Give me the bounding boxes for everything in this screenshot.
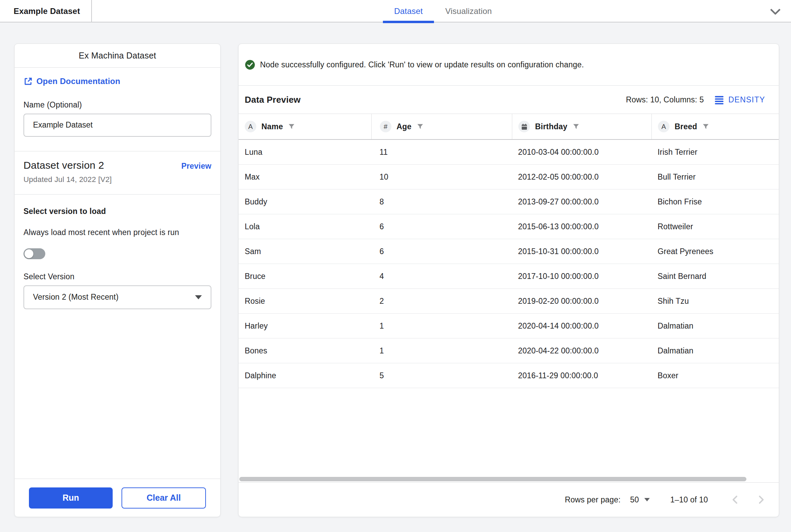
name-input[interactable] [23,114,211,137]
table-cell: 2 [371,289,512,313]
table-cell: Dalmatian [651,314,779,338]
tab-visualization[interactable]: Visualization [434,0,503,22]
node-config-panel: Ex Machina Dataset Open Documentation Na… [14,44,221,517]
column-header-age[interactable]: #Age [371,114,512,139]
table-cell: 11 [371,140,512,164]
data-preview-toolbar: Data Preview Rows: 10, Columns: 5 DENSIT… [239,85,779,114]
topbar-divider [91,0,92,22]
table-cell: Buddy [239,189,371,214]
rows-per-page-label: Rows per page: [565,495,620,504]
table-cell: Dalphine [239,363,371,388]
panel-footer: Run Clear All [15,479,220,517]
table-cell: Dalmatian [651,338,779,363]
table-cell: 2015-10-31 00:00:00.0 [512,239,651,264]
node-title: Ex Machina Dataset [15,44,220,68]
table-header: AName#AgeBirthdayABreed [239,114,779,140]
table-row: Harley12020-04-14 00:00:00.0Dalmatian [239,314,779,338]
table-row: Buddy82013-09-27 00:00:00.0Bichon Frise [239,189,779,214]
table-body: Luna112010-03-04 00:00:00.0Irish Terrier… [239,140,779,388]
column-label: Age [397,122,411,131]
table-cell: Lola [239,214,371,239]
window-title-tab[interactable]: Example Dataset [14,0,80,22]
rows-per-page-caret-icon [644,498,650,501]
select-version-section: Select version to load Always load most … [15,194,220,309]
rows-columns-summary: Rows: 10, Columns: 5 [626,95,704,104]
table-cell: Bruce [239,264,371,288]
table-cell: Harley [239,314,371,338]
rows-per-page-value: 50 [630,495,639,504]
number-type-icon: # [380,121,391,132]
table-cell: 6 [371,239,512,264]
clear-all-button[interactable]: Clear All [122,487,206,509]
table-cell: 1 [371,314,512,338]
always-load-toggle[interactable] [23,248,45,259]
filter-icon[interactable] [416,123,424,131]
table-row: Sam62015-10-31 00:00:00.0Great Pyrenees [239,239,779,264]
table-cell: 2020-04-22 00:00:00.0 [512,338,651,363]
table-cell: Rottweiler [651,214,779,239]
table-cell: Bichon Frise [651,189,779,214]
preview-link[interactable]: Preview [181,162,211,171]
table-cell: 5 [371,363,512,388]
dataset-version-title: Dataset version 2 [23,160,104,171]
dataset-version-section: Dataset version 2 Preview Updated Jul 14… [15,151,220,194]
table-cell: 2017-10-10 00:00:00.0 [512,264,651,288]
table-row: Max102012-02-05 00:00:00.0Bull Terrier [239,165,779,189]
version-select-value: Version 2 (Most Recent) [33,293,118,302]
load-section-heading: Select version to load [23,207,211,216]
table-cell: 2015-06-13 00:00:00.0 [512,214,651,239]
column-header-name[interactable]: AName [239,114,371,139]
chevron-down-icon[interactable] [767,3,784,20]
doc-link-label: Open Documentation [36,77,120,86]
column-header-breed[interactable]: ABreed [651,114,779,139]
toggle-knob [25,249,33,258]
run-button[interactable]: Run [29,487,113,509]
table-cell: 2013-09-27 00:00:00.0 [512,189,651,214]
calendar-type-icon [518,121,530,132]
table-cell: Shih Tzu [651,289,779,313]
next-page-button[interactable] [754,492,769,507]
table-cell: Max [239,165,371,189]
status-message: Node successfully configured. Click 'Run… [260,60,584,69]
version-select[interactable]: Version 2 (Most Recent) [23,285,211,309]
table-cell: 6 [371,214,512,239]
table-cell: 2010-03-04 00:00:00.0 [512,140,651,164]
success-check-icon [245,60,255,70]
tab-dataset[interactable]: Dataset [383,0,434,22]
main-tabs: Dataset Visualization [383,0,503,22]
table-row: Bruce42017-10-10 00:00:00.0Saint Bernard [239,264,779,289]
dropdown-caret-icon [195,295,202,299]
column-label: Name [261,122,283,131]
horizontal-scrollbar-thumb[interactable] [239,477,746,481]
filter-icon[interactable] [288,123,295,131]
text-type-icon: A [658,121,669,132]
density-lines-icon [714,95,724,105]
table-cell: 2020-04-14 00:00:00.0 [512,314,651,338]
table-cell: 4 [371,264,512,288]
table-row: Lola62015-06-13 00:00:00.0Rottweiler [239,214,779,239]
name-field-label: Name (Optional) [23,100,211,110]
results-panel: Node successfully configured. Click 'Run… [238,44,779,517]
previous-page-button[interactable] [728,492,743,507]
table-cell: Irish Terrier [651,140,779,164]
status-row: Node successfully configured. Click 'Run… [239,44,779,85]
external-link-icon [23,77,33,86]
table-cell: 8 [371,189,512,214]
filter-icon[interactable] [702,123,710,131]
table-cell: 2019-02-20 00:00:00.0 [512,289,651,313]
text-type-icon: A [245,121,256,132]
table-cell: Great Pyrenees [651,239,779,264]
select-version-label: Select Version [23,272,211,281]
version-updated-text: Updated Jul 14, 2022 [V2] [23,175,211,184]
filter-icon[interactable] [572,123,580,131]
table-cell: Saint Bernard [651,264,779,288]
table-cell: 2012-02-05 00:00:00.0 [512,165,651,189]
column-header-birthday[interactable]: Birthday [512,114,651,139]
density-control[interactable]: DENSITY [714,95,765,105]
rows-per-page-select[interactable]: 50 [630,495,650,504]
table-footer: Rows per page: 50 1–10 of 10 [239,482,779,517]
density-label: DENSITY [728,95,765,104]
open-documentation-link[interactable]: Open Documentation [23,77,120,86]
table-row: Luna112010-03-04 00:00:00.0Irish Terrier [239,140,779,165]
column-label: Breed [675,122,697,131]
